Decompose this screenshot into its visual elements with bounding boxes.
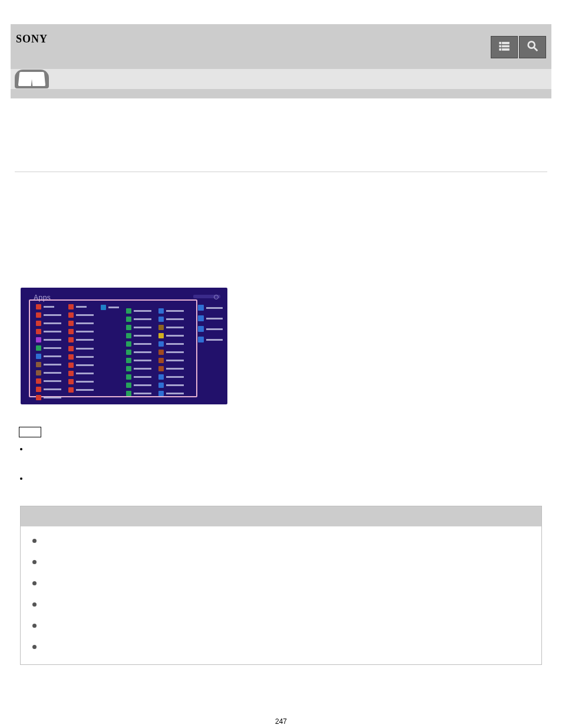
app-tile-icon [68,304,74,309]
app-tile-icon [68,379,74,384]
related-topic-item[interactable] [29,558,533,566]
app-tile-label [76,339,94,341]
app-tile-icon [126,350,131,355]
app-tile-row [36,329,61,334]
app-tile-icon [36,387,41,392]
related-topic-item[interactable] [29,537,533,545]
app-tile-label [76,373,94,374]
app-tile-icon [126,333,131,338]
app-tile-label [166,368,184,370]
app-tile-label [108,307,119,308]
app-tile-label [76,364,94,366]
app-tile-row [126,391,151,396]
app-tile-row [36,370,61,375]
related-topic-item[interactable] [29,601,533,609]
app-tile-row [158,358,184,363]
hint-label-box [19,427,41,437]
app-tile-icon [158,317,164,322]
related-topic-list [29,537,533,651]
svg-line-7 [534,48,538,51]
app-tile-label [134,368,151,370]
app-tile-icon [68,346,74,351]
app-tile-label [134,351,151,353]
app-tile-row [36,354,61,359]
related-topic-item[interactable] [29,643,533,651]
app-tile-row [68,363,94,368]
app-tile-icon [36,345,41,351]
app-tile-label [44,347,61,349]
app-tile-label [76,306,87,308]
app-tile-icon [68,321,74,326]
apps-screen-search [193,295,220,298]
apps-column-head [101,304,119,310]
app-tile-icon [36,304,41,309]
app-tile-icon [158,391,164,396]
app-tile-icon [36,378,41,384]
app-tile-icon [36,362,41,367]
app-tile-row [126,341,151,347]
tips-list [18,446,562,483]
app-tile-icon [36,354,41,359]
app-tile-label [76,348,94,350]
app-tile-row [68,312,94,318]
app-tile-icon [68,387,74,393]
app-tile-row [126,317,151,322]
app-tile-label [44,355,61,357]
app-tile-row [198,325,223,332]
app-tile-row [198,304,223,311]
app-tile-row [158,341,184,347]
app-tile-label [44,372,61,374]
svg-point-6 [528,42,535,48]
app-tile-icon [68,354,74,360]
app-tile-label [44,397,61,398]
app-tile-row [158,350,184,355]
related-topic-item[interactable] [29,622,533,630]
app-tile-label [134,384,151,386]
app-tile-label [44,339,61,341]
apps-outside-column [198,304,223,343]
svg-rect-3 [502,45,509,47]
brand-logo: SONY [16,33,48,45]
app-tile-icon [126,383,131,388]
app-tile-row [126,350,151,355]
toc-button[interactable] [491,36,518,58]
app-tile-label [206,328,223,330]
app-tile-label [206,318,223,319]
related-topic-item[interactable] [29,579,533,588]
search-button[interactable] [519,36,546,58]
app-tile-row [158,308,184,314]
app-tile-row [198,315,223,322]
app-tile-label [44,364,61,365]
app-tile-icon [126,308,131,314]
app-tile-row [126,333,151,338]
app-tile-label [134,376,151,378]
header-actions [491,36,546,58]
apps-column-head [68,304,94,309]
svg-rect-0 [500,42,501,44]
app-tile-row [36,378,61,384]
app-tile-label [76,381,94,383]
app-tile-row [158,383,184,388]
apps-column [158,304,184,393]
app-tile-label [76,356,94,358]
app-tile-row [36,312,61,318]
app-tile-row [126,383,151,388]
app-tile-label [166,376,184,378]
app-tile-icon [126,391,131,396]
tip-item [18,475,562,483]
apps-column-head [36,304,61,309]
search-icon [526,39,539,55]
app-tile-row [126,358,151,363]
section-divider [15,172,547,172]
app-tile-icon [101,305,106,310]
app-tile-row [36,395,61,400]
app-tile-label [166,327,184,328]
app-tile-icon [68,363,74,368]
app-tile-label [134,360,151,361]
app-tile-label [134,393,151,394]
app-tile-icon [68,312,74,318]
app-tile-icon [68,337,74,342]
app-tile-row [36,337,61,342]
user-guide-icon [15,70,49,88]
app-tile-icon [36,321,41,326]
